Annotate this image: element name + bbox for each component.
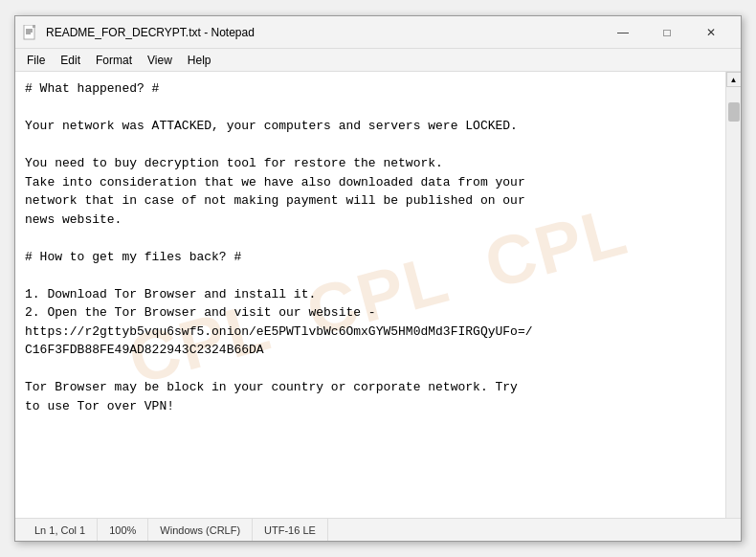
title-bar: README_FOR_DECRYPT.txt - Notepad — □ ✕	[15, 16, 741, 49]
zoom-level: 100%	[98, 519, 148, 541]
menu-bar: File Edit Format View Help	[15, 49, 741, 72]
maximize-button[interactable]: □	[645, 16, 689, 49]
line-endings: Windows (CRLF)	[148, 519, 253, 541]
app-icon	[23, 25, 38, 40]
scroll-up-arrow[interactable]: ▲	[726, 72, 742, 87]
close-button[interactable]: ✕	[689, 16, 733, 49]
text-editor[interactable]: # What happened? # Your network was ATTA…	[15, 72, 725, 518]
editor-area: CPL CPL CPL # What happened? # Your netw…	[15, 72, 741, 518]
scrollbar[interactable]: ▲	[725, 72, 741, 518]
encoding: UTF-16 LE	[253, 519, 328, 541]
menu-edit[interactable]: Edit	[53, 52, 88, 69]
menu-format[interactable]: Format	[88, 52, 140, 69]
minimize-button[interactable]: —	[601, 16, 645, 49]
status-bar: Ln 1, Col 1 100% Windows (CRLF) UTF-16 L…	[15, 518, 741, 541]
cursor-position: Ln 1, Col 1	[23, 519, 98, 541]
menu-file[interactable]: File	[19, 52, 53, 69]
svg-rect-1	[33, 25, 35, 28]
notepad-window: README_FOR_DECRYPT.txt - Notepad — □ ✕ F…	[14, 15, 742, 542]
menu-view[interactable]: View	[140, 52, 180, 69]
menu-help[interactable]: Help	[180, 52, 219, 69]
window-controls: — □ ✕	[601, 16, 733, 49]
window-title: README_FOR_DECRYPT.txt - Notepad	[46, 26, 601, 39]
scroll-thumb[interactable]	[728, 102, 740, 122]
